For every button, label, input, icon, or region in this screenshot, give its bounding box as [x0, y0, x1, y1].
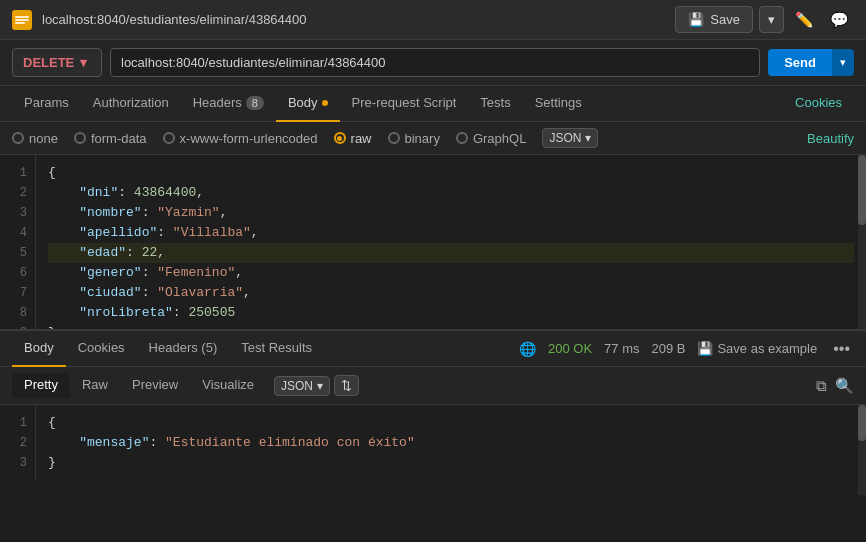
request-bar: DELETE ▾ Send ▾ [0, 40, 866, 86]
tab-tests-label: Tests [480, 95, 510, 110]
view-raw-label: Raw [82, 377, 108, 392]
svg-rect-0 [15, 16, 29, 18]
response-tabs-bar: Body Cookies Headers (5) Test Results 🌐 … [0, 331, 866, 367]
method-select[interactable]: DELETE ▾ [12, 48, 102, 77]
option-form-data[interactable]: form-data [74, 131, 147, 146]
option-urlencoded[interactable]: x-www-form-urlencoded [163, 131, 318, 146]
resp-json-select[interactable]: JSON ▾ [274, 376, 330, 396]
tab-pre-request-label: Pre-request Script [352, 95, 457, 110]
save-example-button[interactable]: 💾 Save as example [697, 341, 817, 356]
code-lines: 1 2 3 4 5 6 7 8 9 { "dni": 43864400, "no… [0, 155, 866, 330]
titlebar-actions: 💾 Save ▾ ✏️ 💬 [675, 6, 854, 34]
copy-button[interactable]: ⧉ [816, 377, 827, 395]
code-line-3: "nombre": "Yazmin", [48, 203, 854, 223]
view-tab-preview[interactable]: Preview [120, 373, 190, 398]
resp-tab-headers[interactable]: Headers (5) [137, 331, 230, 367]
body-options-bar: none form-data x-www-form-urlencoded raw… [0, 122, 866, 155]
resp-scrollbar-thumb [858, 405, 866, 441]
radio-none [12, 132, 24, 144]
view-tab-visualize[interactable]: Visualize [190, 373, 266, 398]
send-dropdown-button[interactable]: ▾ [832, 49, 854, 76]
url-input[interactable] [110, 48, 760, 77]
tab-authorization[interactable]: Authorization [81, 86, 181, 122]
resp-code-lines: 1 2 3 { "mensaje": "Estudiante eliminado… [0, 405, 866, 481]
tab-body-label: Body [288, 95, 318, 110]
status-size: 209 B [651, 341, 685, 356]
resp-tab-cookies[interactable]: Cookies [66, 331, 137, 367]
radio-raw [334, 132, 346, 144]
comment-icon-button[interactable]: 💬 [825, 6, 854, 34]
line-num-3: 3 [8, 203, 27, 223]
code-line-7: "ciudad": "Olavarria", [48, 283, 854, 303]
resp-code-line-2: "mensaje": "Estudiante eliminado con éxi… [48, 433, 854, 453]
body-active-dot [322, 100, 328, 106]
line-num-9: 9 [8, 323, 27, 330]
method-chevron: ▾ [80, 55, 87, 70]
tab-params-label: Params [24, 95, 69, 110]
save-label: Save [710, 12, 740, 27]
line-num-6: 6 [8, 263, 27, 283]
tab-body[interactable]: Body [276, 86, 340, 122]
line-num-8: 8 [8, 303, 27, 323]
editor-scrollbar-thumb [858, 155, 866, 225]
tab-cookies[interactable]: Cookies [783, 86, 854, 122]
line-num-2: 2 [8, 183, 27, 203]
code-content[interactable]: { "dni": 43864400, "nombre": "Yazmin", "… [36, 155, 866, 330]
option-binary[interactable]: binary [388, 131, 440, 146]
resp-tab-body[interactable]: Body [12, 331, 66, 367]
tab-cookies-label: Cookies [795, 95, 842, 110]
globe-icon: 🌐 [519, 341, 536, 357]
response-status-bar: 🌐 200 OK 77 ms 209 B 💾 Save as example •… [519, 340, 854, 358]
tab-headers[interactable]: Headers 8 [181, 86, 276, 122]
headers-badge: 8 [246, 96, 264, 110]
radio-graphql [456, 132, 468, 144]
tab-params[interactable]: Params [12, 86, 81, 122]
save-dropdown-button[interactable]: ▾ [759, 6, 784, 33]
code-line-9: } [48, 323, 854, 330]
resp-tab-test-results[interactable]: Test Results [229, 331, 324, 367]
line-num-5: 5 [8, 243, 27, 263]
tab-tests[interactable]: Tests [468, 86, 522, 122]
response-actions: ⧉ 🔍 [816, 377, 854, 395]
resp-line-num-1: 1 [8, 413, 27, 433]
code-editor[interactable]: 1 2 3 4 5 6 7 8 9 { "dni": 43864400, "no… [0, 155, 866, 330]
beautify-button[interactable]: Beautify [807, 131, 854, 146]
search-button[interactable]: 🔍 [835, 377, 854, 395]
resp-json-chevron: ▾ [317, 379, 323, 393]
option-form-data-label: form-data [91, 131, 147, 146]
view-tab-pretty[interactable]: Pretty [12, 373, 70, 398]
editor-scrollbar[interactable] [858, 155, 866, 329]
method-label: DELETE [23, 55, 74, 70]
json-type-select[interactable]: JSON ▾ [542, 128, 598, 148]
more-options-button[interactable]: ••• [829, 340, 854, 358]
titlebar: localhost:8040/estudiantes/eliminar/4386… [0, 0, 866, 40]
titlebar-url: localhost:8040/estudiantes/eliminar/4386… [42, 12, 665, 27]
tab-pre-request[interactable]: Pre-request Script [340, 86, 469, 122]
tab-settings-label: Settings [535, 95, 582, 110]
json-type-label: JSON [549, 131, 581, 145]
resp-code-content[interactable]: { "mensaje": "Estudiante eliminado con é… [36, 405, 866, 481]
save-button[interactable]: 💾 Save [675, 6, 753, 33]
tab-settings[interactable]: Settings [523, 86, 594, 122]
option-urlencoded-label: x-www-form-urlencoded [180, 131, 318, 146]
resp-scrollbar[interactable] [858, 405, 866, 495]
line-num-4: 4 [8, 223, 27, 243]
response-view-options: Pretty Raw Preview Visualize JSON ▾ ⇅ ⧉ … [0, 367, 866, 405]
svg-rect-1 [15, 19, 29, 21]
filter-button[interactable]: ⇅ [334, 375, 359, 396]
edit-icon-button[interactable]: ✏️ [790, 6, 819, 34]
radio-urlencoded [163, 132, 175, 144]
send-button[interactable]: Send [768, 49, 832, 76]
resp-json-label: JSON [281, 379, 313, 393]
view-tab-raw[interactable]: Raw [70, 373, 120, 398]
option-none[interactable]: none [12, 131, 58, 146]
option-graphql-label: GraphQL [473, 131, 526, 146]
save-icon: 💾 [688, 12, 704, 27]
option-graphql[interactable]: GraphQL [456, 131, 526, 146]
option-raw[interactable]: raw [334, 131, 372, 146]
radio-form-data [74, 132, 86, 144]
response-code[interactable]: 1 2 3 { "mensaje": "Estudiante eliminado… [0, 405, 866, 495]
resp-code-line-3: } [48, 453, 854, 473]
line-num-7: 7 [8, 283, 27, 303]
code-line-8: "nroLibreta": 250505 [48, 303, 854, 323]
